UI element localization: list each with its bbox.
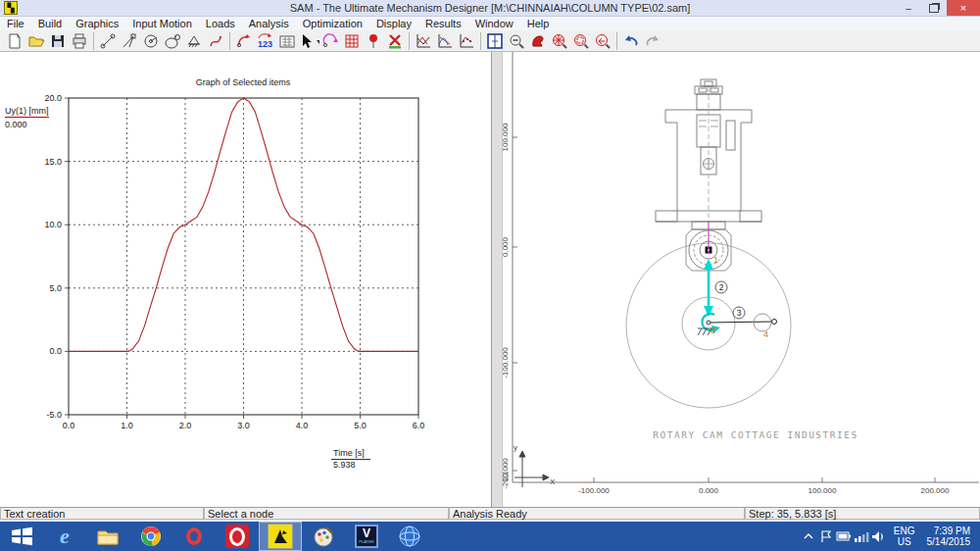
svg-text:2: 2 bbox=[719, 282, 724, 292]
node-label-1: 1 bbox=[713, 255, 718, 265]
language-indicator[interactable]: ENGUS bbox=[894, 526, 915, 547]
x-axis-current-value: 5.938 bbox=[333, 460, 356, 470]
undo-icon[interactable] bbox=[620, 31, 642, 51]
opera-icon bbox=[186, 527, 202, 545]
pane-layout-icon[interactable] bbox=[484, 31, 506, 51]
graph-points-icon[interactable] bbox=[456, 31, 477, 51]
origin-axes-icon bbox=[514, 451, 549, 487]
save-file-icon[interactable] bbox=[47, 31, 69, 51]
gear-element-icon[interactable] bbox=[140, 31, 162, 51]
close-button[interactable]: × bbox=[947, 0, 980, 16]
menu-help[interactable]: Help bbox=[520, 17, 557, 30]
taskbar-chrome[interactable] bbox=[129, 522, 172, 551]
tray-expand-icon[interactable] bbox=[800, 522, 817, 551]
menu-window[interactable]: Window bbox=[468, 17, 520, 30]
x-axis-label[interactable]: Time [s] bbox=[331, 448, 370, 460]
menu-input-motion[interactable]: Input Motion bbox=[125, 17, 199, 30]
zoom-window-icon[interactable] bbox=[570, 31, 592, 51]
cam-element-icon[interactable] bbox=[162, 31, 183, 51]
v-ruler-tick: -200.000 bbox=[503, 458, 510, 489]
chrome-icon bbox=[140, 526, 162, 547]
taskbar-file-explorer[interactable] bbox=[86, 522, 129, 551]
v-ruler-tick: 0.000 bbox=[503, 236, 510, 257]
taskbar-internet-explorer[interactable]: e bbox=[43, 522, 86, 551]
y-axis-label[interactable]: Uy(1) [mm] bbox=[5, 106, 49, 118]
svg-text:5.0: 5.0 bbox=[354, 421, 367, 430]
menu-build[interactable]: Build bbox=[31, 17, 69, 30]
pan-view-icon[interactable] bbox=[527, 31, 549, 51]
ie-icon: e bbox=[60, 524, 70, 549]
slider-element-icon[interactable] bbox=[119, 31, 140, 51]
battery-icon[interactable] bbox=[835, 522, 853, 551]
node-label-4: 4 bbox=[763, 329, 768, 339]
select-cursor-icon[interactable] bbox=[298, 31, 319, 51]
minimize-button[interactable]: – bbox=[896, 0, 921, 16]
element-label-2: 2 bbox=[715, 281, 727, 293]
support-element-icon[interactable] bbox=[183, 31, 205, 51]
open-file-icon[interactable] bbox=[25, 31, 47, 51]
y-axis-current-value: 0.000 bbox=[5, 120, 27, 129]
new-file-icon[interactable] bbox=[4, 31, 25, 51]
follower-force-arrow bbox=[704, 259, 713, 317]
status-analysis: Analysis Ready bbox=[449, 507, 745, 520]
network-icon[interactable] bbox=[853, 522, 870, 551]
svg-text:5.0: 5.0 bbox=[49, 283, 62, 293]
input-motion-icon[interactable] bbox=[233, 31, 255, 51]
zoom-extents-icon[interactable] bbox=[549, 31, 570, 51]
menu-graphics[interactable]: Graphics bbox=[69, 17, 125, 30]
svg-text:10.0: 10.0 bbox=[44, 220, 62, 229]
menu-optimization[interactable]: Optimization bbox=[296, 17, 369, 30]
column-housing-drawing bbox=[656, 79, 761, 229]
volume-icon[interactable] bbox=[870, 522, 888, 551]
menu-results[interactable]: Results bbox=[418, 17, 468, 30]
restore-button[interactable] bbox=[921, 0, 947, 16]
keypad-input-icon[interactable] bbox=[276, 31, 298, 51]
menu-display[interactable]: Display bbox=[369, 17, 418, 30]
taskbar-paint-app[interactable] bbox=[302, 522, 345, 551]
action-center-flag-icon[interactable] bbox=[817, 522, 835, 551]
element-label-3: 3 bbox=[733, 307, 745, 319]
element-table-icon[interactable] bbox=[341, 31, 363, 51]
title-bar: ▚ SAM - The Ultimate Mechanism Designer … bbox=[0, 0, 980, 17]
svg-text:2.0: 2.0 bbox=[179, 421, 192, 430]
menu-file[interactable]: File bbox=[0, 17, 31, 30]
redo-icon[interactable] bbox=[642, 31, 663, 51]
taskbar-sam-app[interactable] bbox=[259, 522, 302, 551]
zoom-out-icon[interactable] bbox=[506, 31, 527, 51]
menu-loads[interactable]: Loads bbox=[199, 17, 242, 30]
element-numbers-icon[interactable]: 123 bbox=[255, 31, 276, 51]
graph-window[interactable]: Graph of Selected items Uy(1) [mm] 0.000… bbox=[0, 52, 492, 507]
line-chart[interactable]: 0.01.02.03.04.05.06.0-5.00.05.010.015.02… bbox=[0, 52, 492, 507]
delete-element-icon[interactable] bbox=[384, 31, 406, 51]
print-icon[interactable] bbox=[69, 31, 90, 51]
graph-multi-icon[interactable] bbox=[434, 31, 456, 51]
svg-text:6.0: 6.0 bbox=[413, 421, 425, 430]
taskbar-opera-mini[interactable] bbox=[216, 522, 259, 551]
svg-text:3.0: 3.0 bbox=[237, 421, 250, 430]
menu-analysis[interactable]: Analysis bbox=[242, 17, 296, 30]
h-ruler-tick: 0.000 bbox=[699, 486, 719, 495]
svg-text:3: 3 bbox=[737, 308, 742, 318]
mechanism-window[interactable]: 100.000 0.000 -100.000 -200.000 -100.000… bbox=[502, 52, 980, 507]
mechanism-canvas[interactable]: 100.000 0.000 -100.000 -200.000 -100.000… bbox=[503, 52, 980, 507]
vertical-ruler bbox=[513, 52, 517, 482]
menu-bar: File Build Graphics Input Motion Loads A… bbox=[0, 17, 980, 30]
spring-element-icon[interactable] bbox=[205, 31, 226, 51]
svg-text:4.0: 4.0 bbox=[296, 421, 309, 430]
graph-xy-icon[interactable] bbox=[413, 31, 434, 51]
start-button[interactable] bbox=[0, 522, 43, 551]
taskbar-opera[interactable] bbox=[172, 522, 216, 551]
svg-text:123: 123 bbox=[258, 39, 272, 49]
system-tray: ENGUS 7:39 PM5/14/2015 bbox=[800, 522, 980, 551]
node-pin-icon[interactable] bbox=[363, 31, 384, 51]
beam-element-icon[interactable] bbox=[97, 31, 119, 51]
chart-title: Graph of Selected items bbox=[145, 77, 341, 87]
svg-text:20.0: 20.0 bbox=[44, 93, 62, 103]
zoom-previous-icon[interactable] bbox=[592, 31, 613, 51]
taskbar-globe-app[interactable] bbox=[388, 522, 431, 551]
clock[interactable]: 7:39 PM5/14/2015 bbox=[927, 526, 971, 547]
palette-icon bbox=[312, 525, 335, 548]
taskbar-v-player-app[interactable]: VPLAYER bbox=[345, 522, 388, 551]
h-ruler-tick: -100.000 bbox=[578, 486, 610, 495]
rotate-element-icon[interactable] bbox=[319, 31, 341, 51]
